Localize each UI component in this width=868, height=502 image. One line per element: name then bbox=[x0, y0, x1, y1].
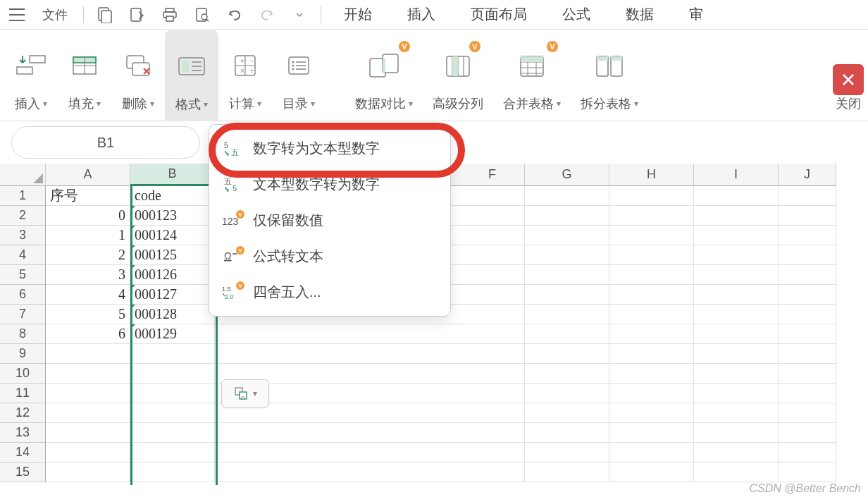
cell[interactable] bbox=[609, 285, 694, 305]
cell[interactable] bbox=[694, 245, 779, 265]
cell[interactable] bbox=[779, 423, 836, 443]
tab-home[interactable]: 开始 bbox=[327, 5, 389, 24]
cell[interactable]: 序号 bbox=[46, 186, 130, 206]
cell[interactable]: 000128 bbox=[130, 305, 215, 324]
cell[interactable] bbox=[779, 226, 836, 245]
cell[interactable] bbox=[779, 324, 836, 344]
cell[interactable] bbox=[525, 463, 609, 482]
col-header-selected[interactable]: B bbox=[130, 164, 215, 186]
redo-icon[interactable] bbox=[252, 7, 283, 23]
cell[interactable] bbox=[779, 384, 836, 403]
cell[interactable] bbox=[694, 403, 779, 423]
cell[interactable] bbox=[694, 226, 779, 245]
save-over-icon[interactable] bbox=[122, 6, 153, 23]
row-header[interactable]: 13 bbox=[0, 423, 46, 443]
tab-review[interactable]: 审 bbox=[672, 5, 720, 24]
menu-texttype-to-number[interactable]: 五5 文本型数字转为数字 bbox=[209, 166, 450, 202]
cell[interactable]: 000129 bbox=[130, 324, 215, 344]
ribbon-close[interactable]: 关闭 bbox=[823, 30, 864, 121]
cell[interactable] bbox=[694, 324, 779, 344]
menu-formula-to-text[interactable]: ΩV 公式转文本 bbox=[209, 238, 450, 274]
cell[interactable] bbox=[779, 403, 836, 423]
cell[interactable] bbox=[694, 305, 779, 324]
cell[interactable] bbox=[525, 206, 609, 226]
more-dropdown-icon[interactable] bbox=[284, 10, 315, 20]
paste-options-button[interactable]: ▾ bbox=[221, 379, 269, 408]
cell[interactable] bbox=[779, 364, 836, 384]
cell[interactable] bbox=[130, 443, 215, 463]
cell[interactable] bbox=[779, 265, 836, 285]
cell[interactable] bbox=[694, 206, 779, 226]
cell[interactable] bbox=[609, 206, 694, 226]
cell[interactable] bbox=[609, 384, 694, 403]
name-box[interactable]: B1 bbox=[11, 126, 200, 159]
cell[interactable] bbox=[609, 324, 694, 344]
cell[interactable] bbox=[779, 305, 836, 324]
print-icon[interactable] bbox=[154, 6, 185, 23]
col-header[interactable]: H bbox=[609, 164, 694, 186]
menu-keep-values-only[interactable]: 123V 仅保留数值 bbox=[209, 202, 450, 238]
row-header[interactable]: 4 bbox=[0, 245, 46, 265]
menu-round[interactable]: 1.52.0V 四舍五入... bbox=[209, 274, 450, 310]
cell[interactable]: 000125 bbox=[130, 245, 215, 265]
cell[interactable] bbox=[46, 384, 130, 403]
cell[interactable] bbox=[694, 423, 779, 443]
cell[interactable] bbox=[609, 265, 694, 285]
cell[interactable] bbox=[609, 186, 694, 206]
cell[interactable] bbox=[694, 364, 779, 384]
cell[interactable] bbox=[525, 226, 609, 245]
cell[interactable] bbox=[525, 324, 609, 344]
cell[interactable] bbox=[609, 443, 694, 463]
cell[interactable] bbox=[525, 403, 609, 423]
col-header[interactable]: J bbox=[779, 164, 836, 186]
cell[interactable] bbox=[525, 186, 609, 206]
row-header[interactable]: 12 bbox=[0, 403, 46, 423]
undo-icon[interactable] bbox=[219, 7, 250, 23]
row-header[interactable]: 8 bbox=[0, 324, 46, 344]
cell[interactable] bbox=[525, 245, 609, 265]
cell[interactable] bbox=[130, 403, 215, 423]
new-doc-icon[interactable] bbox=[89, 6, 120, 23]
cell[interactable] bbox=[779, 186, 836, 206]
cell[interactable] bbox=[779, 245, 836, 265]
cell[interactable] bbox=[694, 443, 779, 463]
cell[interactable] bbox=[130, 344, 215, 364]
cell[interactable]: 000126 bbox=[130, 265, 215, 285]
cell[interactable] bbox=[609, 423, 694, 443]
cell[interactable] bbox=[46, 403, 130, 423]
cell[interactable] bbox=[46, 344, 130, 364]
cell[interactable] bbox=[609, 226, 694, 245]
cell[interactable]: 5 bbox=[46, 305, 130, 324]
cell[interactable] bbox=[779, 285, 836, 305]
ribbon-adv-split[interactable]: V 高级分列 bbox=[423, 30, 493, 121]
cell[interactable] bbox=[779, 443, 836, 463]
cell[interactable] bbox=[215, 344, 525, 364]
col-header[interactable]: A bbox=[46, 164, 130, 186]
menu-file[interactable]: 文件 bbox=[32, 6, 78, 23]
cell[interactable] bbox=[525, 423, 609, 443]
select-all-corner[interactable] bbox=[0, 164, 46, 186]
ribbon-data-compare[interactable]: V 数据对比▾ bbox=[345, 30, 423, 121]
ribbon-merge-table[interactable]: V 合并表格▾ bbox=[493, 30, 571, 121]
menu-number-to-texttype[interactable]: 5五 数字转为文本型数字 bbox=[209, 130, 450, 166]
cell[interactable] bbox=[609, 245, 694, 265]
cell[interactable]: code bbox=[130, 186, 215, 206]
cell[interactable] bbox=[525, 364, 609, 384]
row-header[interactable]: 9 bbox=[0, 344, 46, 364]
row-header[interactable]: 10 bbox=[0, 364, 46, 384]
cell[interactable] bbox=[525, 443, 609, 463]
cell[interactable]: 2 bbox=[46, 245, 130, 265]
cell[interactable]: 000127 bbox=[130, 285, 215, 305]
cell[interactable] bbox=[779, 463, 836, 482]
cell[interactable] bbox=[609, 305, 694, 324]
cell[interactable] bbox=[130, 423, 215, 443]
ribbon-fill[interactable]: 填充▾ bbox=[58, 30, 111, 121]
close-icon[interactable] bbox=[833, 64, 864, 95]
cell[interactable]: 000123 bbox=[130, 206, 215, 226]
tab-page-layout[interactable]: 页面布局 bbox=[454, 5, 544, 24]
cell[interactable] bbox=[609, 364, 694, 384]
cell[interactable] bbox=[609, 463, 694, 482]
cell[interactable] bbox=[694, 285, 779, 305]
cell[interactable] bbox=[525, 344, 609, 364]
ribbon-toc[interactable]: 目录▾ bbox=[272, 30, 326, 121]
